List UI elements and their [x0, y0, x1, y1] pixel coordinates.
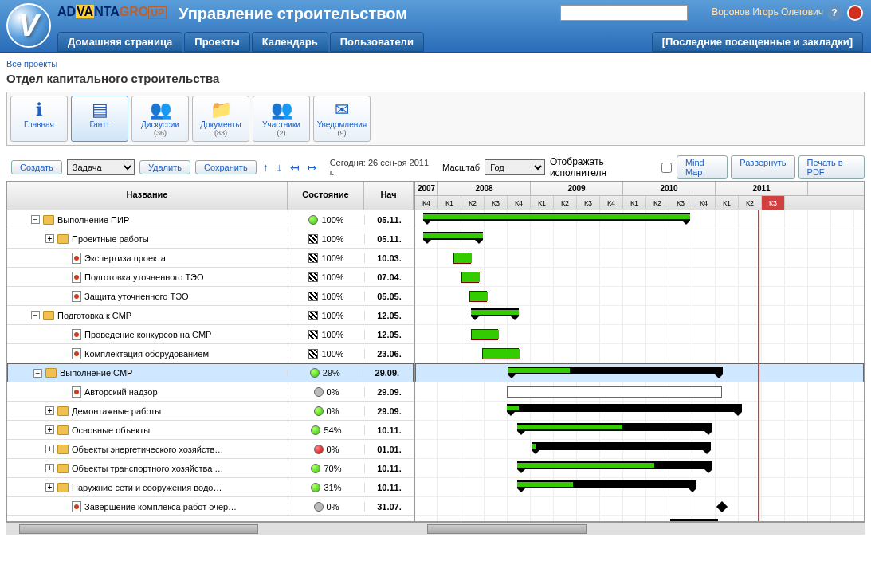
expand-button[interactable]: Развернуть: [731, 155, 794, 179]
nav-users[interactable]: Пользователи: [330, 32, 424, 52]
expand-toggle[interactable]: +: [45, 445, 54, 453]
table-row[interactable]: −Подготовка к СМР 100% 12.05.: [7, 306, 414, 325]
expand-toggle[interactable]: −: [31, 215, 40, 224]
table-row[interactable]: −Выполнение СМР 29% 29.09.: [7, 363, 414, 382]
gantt-row[interactable]: [415, 268, 864, 287]
gantt-row[interactable]: [415, 306, 864, 325]
gantt-bar[interactable]: [482, 348, 519, 359]
gantt-bar[interactable]: [471, 329, 498, 340]
save-button[interactable]: Сохранить: [195, 160, 257, 174]
gantt-row[interactable]: [415, 363, 864, 382]
table-row[interactable]: −Выполнение ПИР 100% 05.11.: [7, 210, 414, 229]
gantt-bar[interactable]: [423, 232, 483, 240]
tool-icon: 👥: [132, 100, 188, 120]
col-header-name[interactable]: Название: [7, 182, 288, 210]
expand-toggle[interactable]: +: [45, 464, 54, 472]
gantt-row[interactable]: [415, 287, 864, 306]
expand-toggle[interactable]: +: [45, 483, 54, 492]
table-row[interactable]: Комплектация оборудованием 100% 23.06.: [7, 344, 414, 363]
table-row[interactable]: Авторский надзор 0% 29.09.: [7, 382, 414, 402]
folder-icon: [57, 521, 69, 522]
milestone[interactable]: [716, 501, 728, 512]
gantt-row[interactable]: [415, 382, 864, 402]
outdent-icon[interactable]: ↤: [288, 161, 301, 174]
table-row[interactable]: +Объекты транспортного хозяйства … 70% 1…: [7, 459, 414, 478]
move-down-icon[interactable]: ↓: [275, 161, 284, 174]
nav-calendar[interactable]: Календарь: [252, 32, 328, 52]
help-icon[interactable]: ?: [826, 5, 842, 21]
left-scrollbar[interactable]: [6, 522, 414, 535]
table-row[interactable]: +Наружние сети и сооружения водо… 31% 10…: [7, 478, 414, 497]
expand-toggle[interactable]: +: [45, 234, 54, 243]
table-row[interactable]: Завершение комплекса работ очер… 0% 31.0…: [7, 497, 414, 516]
status-dot: [314, 406, 324, 416]
table-row[interactable]: Экспертиза проекта 100% 10.03.: [7, 249, 414, 268]
gantt-row[interactable]: [415, 210, 864, 229]
gantt-row[interactable]: [415, 497, 864, 516]
gantt-bar[interactable]: [508, 367, 723, 374]
expand-toggle[interactable]: +: [45, 425, 54, 434]
logout-icon[interactable]: [847, 5, 863, 21]
delete-button[interactable]: Удалить: [139, 160, 190, 174]
doc-icon: [72, 291, 81, 302]
scale-select[interactable]: Год: [485, 159, 545, 175]
nav-projects[interactable]: Проекты: [184, 32, 249, 52]
gantt-row[interactable]: [415, 459, 864, 478]
tool-гантт[interactable]: ▤Гантт: [71, 96, 128, 142]
gantt-row[interactable]: [415, 440, 864, 459]
right-scrollbar[interactable]: [414, 522, 865, 535]
move-up-icon[interactable]: ↑: [261, 161, 270, 174]
gantt-bar[interactable]: [517, 461, 712, 469]
gantt-bar[interactable]: [532, 442, 711, 450]
search-input[interactable]: [560, 5, 688, 21]
gantt-row[interactable]: [415, 516, 864, 521]
gantt-bar[interactable]: [507, 386, 722, 398]
nav-recent-bookmarks[interactable]: [Последние посещенные и закладки]: [652, 32, 863, 52]
show-performer-checkbox[interactable]: [661, 163, 672, 173]
tool-документы[interactable]: 📁Документы(83): [192, 96, 249, 142]
col-header-start[interactable]: Нач: [364, 182, 414, 210]
gantt-row[interactable]: [415, 478, 864, 497]
gantt-row[interactable]: [415, 344, 864, 363]
tool-дискуссии[interactable]: 👥Дискуссии(36): [131, 96, 189, 142]
gantt-row[interactable]: [415, 421, 864, 440]
user-name[interactable]: Воронов Игорь Олегович: [712, 6, 823, 18]
gantt-bar[interactable]: [507, 404, 742, 412]
breadcrumb[interactable]: Все проекты: [6, 59, 865, 69]
create-button[interactable]: Создать: [11, 160, 62, 174]
col-header-state[interactable]: Состояние: [288, 182, 364, 210]
gantt-row[interactable]: [415, 402, 864, 421]
mindmap-button[interactable]: Mind Map: [677, 155, 728, 179]
gantt-bar[interactable]: [423, 213, 690, 221]
tool-уведомления[interactable]: ✉Уведомления(9): [313, 96, 371, 142]
gantt-bar[interactable]: [461, 272, 479, 283]
quarter-header: К2: [554, 196, 577, 210]
table-row[interactable]: +Сдача объекта 0% 23.07.: [7, 516, 414, 521]
nav-home[interactable]: Домашняя страница: [57, 32, 182, 52]
expand-toggle[interactable]: −: [33, 369, 42, 378]
table-row[interactable]: +Объекты энергетического хозяйств… 0% 01…: [7, 440, 414, 459]
gantt-bar[interactable]: [670, 519, 718, 521]
gantt-row[interactable]: [415, 249, 864, 268]
table-row[interactable]: +Основные объекты 54% 10.11.: [7, 421, 414, 440]
table-row[interactable]: Защита уточненного ТЭО 100% 05.05.: [7, 287, 414, 306]
gantt-bar[interactable]: [471, 308, 519, 316]
task-type-select[interactable]: Задача: [67, 159, 135, 175]
indent-icon[interactable]: ↦: [306, 161, 319, 174]
expand-toggle[interactable]: +: [45, 406, 54, 415]
gantt-row[interactable]: [415, 325, 864, 344]
expand-toggle[interactable]: −: [31, 311, 40, 319]
table-row[interactable]: +Демонтажные работы 0% 29.09.: [7, 402, 414, 421]
logo-icon[interactable]: V: [6, 3, 51, 48]
gantt-row[interactable]: [415, 229, 864, 249]
table-row[interactable]: Подготовка уточненного ТЭО 100% 07.04.: [7, 268, 414, 287]
print-pdf-button[interactable]: Печать в PDF: [798, 155, 865, 179]
gantt-bar[interactable]: [517, 480, 696, 488]
table-row[interactable]: +Проектные работы 100% 05.11.: [7, 229, 414, 249]
tool-участники[interactable]: 👥Участники(2): [253, 96, 310, 142]
gantt-bar[interactable]: [453, 253, 471, 264]
table-row[interactable]: Проведение конкурсов на СМР 100% 12.05.: [7, 325, 414, 344]
gantt-bar[interactable]: [469, 291, 487, 302]
gantt-bar[interactable]: [517, 423, 712, 431]
tool-главная[interactable]: ℹГлавная: [10, 96, 68, 142]
